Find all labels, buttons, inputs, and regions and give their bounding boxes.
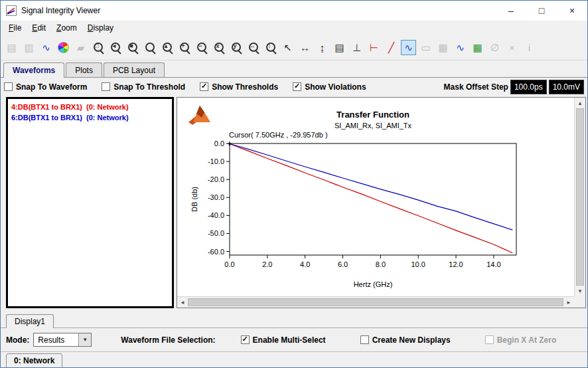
check-icon: ✓ xyxy=(201,82,207,90)
checkbox-snap-to-waveform[interactable]: ✓ Snap To Waveform xyxy=(4,82,87,92)
svg-text:-30.0: -30.0 xyxy=(208,193,224,201)
checkbox-box[interactable]: ✓ xyxy=(200,82,208,91)
checkbox-box[interactable]: ✓ xyxy=(360,335,369,344)
report-icon[interactable]: ▤ xyxy=(332,40,347,55)
zoom-in-y-icon[interactable]: y xyxy=(228,40,244,55)
open-icon: ▤ xyxy=(4,40,19,55)
maximize-button[interactable]: □ xyxy=(526,1,557,21)
svg-text:-40.0: -40.0 xyxy=(208,211,224,219)
matlab-logo xyxy=(186,100,213,130)
new-plot-icon[interactable]: ∿ xyxy=(38,40,54,55)
menu-display[interactable]: Display xyxy=(82,22,119,34)
close-button[interactable]: × xyxy=(557,1,587,21)
menu-file[interactable]: File xyxy=(3,22,27,34)
tab-display1[interactable]: Display1 xyxy=(6,314,54,328)
mode-select[interactable]: Results ▼ xyxy=(33,333,92,347)
network-tabbar: 0: Network xyxy=(1,351,587,368)
svg-text:Hertz (GHz): Hertz (GHz) xyxy=(354,280,393,288)
signal-integrity-viewer-window: Signal Integrity Viewer – □ × File Edit … xyxy=(0,0,588,368)
chart-title: Transfer Function xyxy=(336,110,409,120)
eye-mask-icon[interactable]: ∿ xyxy=(401,40,416,55)
legend-panel: 4:DB(BTX1 to BRX1) (0: Network) 6:DB(BTX… xyxy=(6,97,174,308)
svg-text:10.0: 10.0 xyxy=(411,260,425,268)
checkbox-enable-multi-select[interactable]: ✓ Enable Multi-Select xyxy=(241,335,326,345)
zoom-y-range-icon[interactable]: ↕ xyxy=(263,40,278,55)
options-bar: ✓ Snap To Waveform ✓ Snap To Threshold ✓… xyxy=(1,78,587,96)
checkbox-snap-to-threshold[interactable]: ✓ Snap To Threshold xyxy=(102,82,185,92)
tab-plots[interactable]: Plots xyxy=(66,62,102,77)
svg-text:-60.0: -60.0 xyxy=(208,248,224,256)
mask-offset-voltage-field[interactable]: 10.0mV xyxy=(549,80,584,94)
plot-area[interactable]: 0.02.04.06.08.010.012.014.00.0-10.0-20.0… xyxy=(177,98,574,296)
mask-offset-time-field[interactable]: 100.0ps xyxy=(510,80,547,94)
legend-item-6-db[interactable]: 6:DB(BTX1 to BRX1) (0: Network) xyxy=(9,112,171,123)
zoom-fit-icon[interactable]: ■ xyxy=(125,40,140,55)
waveform-icon[interactable]: ∿ xyxy=(453,40,468,55)
scroll-up-icon[interactable]: ▲ xyxy=(575,98,585,108)
svg-text:-50.0: -50.0 xyxy=(208,229,224,237)
checkbox-show-violations[interactable]: ✓ Show Violations xyxy=(293,82,366,92)
svg-text:4.0: 4.0 xyxy=(300,260,310,268)
zoom-x-range-icon[interactable]: ↔ xyxy=(246,40,261,55)
scrollbar-corner xyxy=(574,296,585,308)
jitter-icon: ▭ xyxy=(418,40,433,55)
scroll-right-icon[interactable]: ► xyxy=(563,297,574,308)
checkbox-label: Create New Displays xyxy=(372,335,451,345)
main-area: 4:DB(BTX1 to BRX1) (0: Network) 6:DB(BTX… xyxy=(1,96,587,312)
svg-text:2.0: 2.0 xyxy=(262,260,272,268)
bottom-controls: Mode: Results ▼ Waveform File Selection:… xyxy=(1,328,587,351)
zoom-previous-icon[interactable]: ◂ xyxy=(108,40,123,55)
zoom-out-icon[interactable]: − xyxy=(194,40,209,55)
color-wheel-icon[interactable] xyxy=(56,40,71,55)
toolbar: ▤ ▥ ∿ ▰ □ ◂ xyxy=(1,35,587,60)
histogram-icon: ▦ xyxy=(435,40,451,55)
mode-label: Mode: xyxy=(6,335,29,345)
horizontal-scroll-thumb[interactable] xyxy=(188,298,563,306)
menu-zoom[interactable]: Zoom xyxy=(51,22,82,34)
checkbox-box[interactable]: ✓ xyxy=(293,82,301,91)
checkbox-box[interactable]: ✓ xyxy=(485,335,494,344)
options-checkboxes: ✓ Snap To Waveform ✓ Snap To Threshold ✓… xyxy=(4,82,366,92)
scroll-down-icon[interactable]: ▼ xyxy=(575,286,585,296)
checkbox-label: Show Thresholds xyxy=(212,82,278,92)
checkbox-show-thresholds[interactable]: ✓ Show Thresholds xyxy=(200,82,278,92)
checkbox-label: Begin X At Zero xyxy=(497,335,557,345)
display-tabbar: Display1 xyxy=(1,312,587,328)
dropdown-arrow-icon[interactable]: ▼ xyxy=(78,333,91,346)
legend-item-4-db[interactable]: 4:DB(BTX1 to BRX1) (0: Network) xyxy=(9,102,171,112)
checkbox-box[interactable]: ✓ xyxy=(4,82,13,91)
cursor-readout: Cursor( 7.50GHz , -29.957db ) xyxy=(229,131,328,139)
diagonal-cursor-icon[interactable]: ↖ xyxy=(280,40,295,55)
horizontal-scrollbar[interactable]: ◄ ► xyxy=(177,296,574,308)
tab-waveforms[interactable]: Waveforms xyxy=(3,62,64,78)
tab-0-network[interactable]: 0: Network xyxy=(6,353,62,368)
zoom-region-icon[interactable]: □ xyxy=(90,40,106,55)
zoom-in-x-icon[interactable]: x xyxy=(211,40,226,55)
zoom-select-icon[interactable]: ▴ xyxy=(159,40,175,55)
checkbox-box[interactable]: ✓ xyxy=(102,82,110,91)
app-icon xyxy=(6,5,17,16)
vertical-scrollbar[interactable]: ▲ ▼ xyxy=(574,98,585,296)
marker-icon[interactable]: ⊢ xyxy=(366,40,382,55)
horizontal-cursor-icon[interactable]: ↔ xyxy=(297,40,313,55)
window-title: Signal Integrity Viewer xyxy=(21,6,100,15)
svg-text:0.0: 0.0 xyxy=(224,260,234,268)
checkbox-create-new-displays[interactable]: ✓ Create New Displays xyxy=(360,335,451,345)
plot-panel: 0.02.04.06.08.010.012.014.00.0-10.0-20.0… xyxy=(177,97,586,308)
tab-pcb-layout[interactable]: PCB Layout xyxy=(104,62,165,77)
vertical-scroll-thumb[interactable] xyxy=(576,108,584,286)
checkbox-label: Snap To Waveform xyxy=(16,82,87,92)
waveform-file-selection-label: Waveform File Selection: xyxy=(121,335,215,345)
checkbox-box[interactable]: ✓ xyxy=(241,335,250,344)
zoom-in-icon[interactable]: + xyxy=(177,40,192,55)
mask-icon[interactable]: ╱ xyxy=(384,40,399,55)
svg-text:8.0: 8.0 xyxy=(376,260,386,268)
checkbox-begin-x-at-zero[interactable]: ✓ Begin X At Zero xyxy=(485,335,557,345)
vertical-cursor-icon[interactable]: ↨ xyxy=(315,40,330,55)
scroll-left-icon[interactable]: ◄ xyxy=(177,297,188,308)
grid-icon[interactable]: ▦ xyxy=(470,40,485,55)
menu-edit[interactable]: Edit xyxy=(27,22,51,34)
threshold-icon[interactable]: ⊥ xyxy=(349,40,364,55)
minimize-button[interactable]: – xyxy=(496,1,526,21)
zoom-off-icon[interactable] xyxy=(142,40,157,55)
